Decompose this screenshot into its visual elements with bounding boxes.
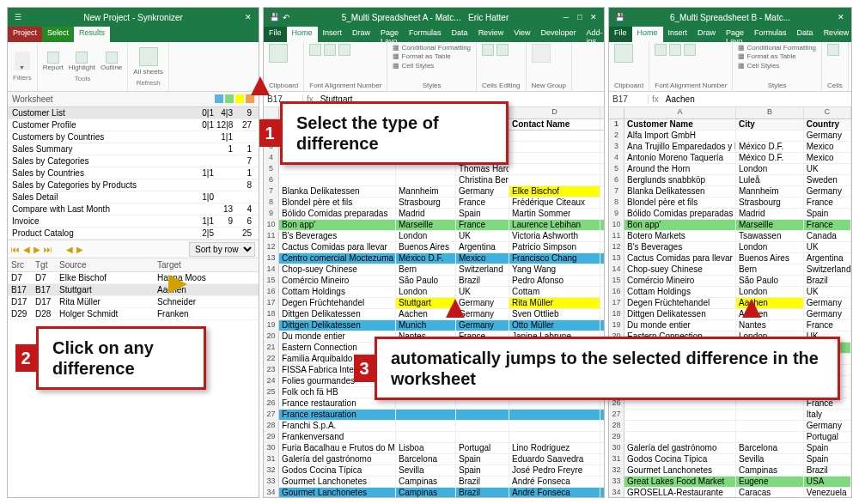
tab-formulas[interactable]: Formulas: [749, 27, 792, 42]
worksheet-row[interactable]: Customer List0|14|39: [8, 107, 259, 119]
grid-row[interactable]: 33Gourmet LanchonetesCampinasBrazilAndré…: [264, 477, 604, 488]
tab-select[interactable]: Select: [42, 27, 74, 42]
grid-row[interactable]: 28Franchi S.p.A.: [264, 421, 604, 432]
worksheet-row[interactable]: Customers by Countries1|1: [8, 131, 259, 143]
grid-row[interactable]: 31Galería del gastrónomoBarcelonaSpainEd…: [264, 454, 604, 465]
grid-b[interactable]: ABC1Customer NameCityCountry2Alfa Import…: [609, 107, 851, 498]
tab-draw[interactable]: Draw: [347, 27, 375, 42]
number-icon[interactable]: [338, 44, 350, 56]
refresh-icon[interactable]: [139, 47, 158, 66]
diff-row[interactable]: D7D7Elke BischofHanna Moos: [8, 272, 259, 284]
close-icon[interactable]: ✕: [588, 12, 599, 22]
grid-row[interactable]: 32Godos Cocina TípicaSevillaSpainJosé Pe…: [264, 465, 604, 477]
tab-formulas[interactable]: Formulas: [404, 27, 447, 42]
grid-row[interactable]: 7Blanka DelikatessenMannheimGermanyElke …: [264, 186, 604, 197]
tab-review[interactable]: Review: [473, 27, 509, 42]
tab-file[interactable]: File: [264, 27, 287, 42]
grid-row[interactable]: 15Comércio MineiroSão PauloBrazilPedro A…: [264, 276, 604, 287]
font-icon[interactable]: [655, 44, 667, 56]
save-icon[interactable]: 💾: [269, 12, 279, 22]
cell-ref-b[interactable]: B17: [609, 94, 649, 104]
number-icon[interactable]: [684, 44, 696, 56]
menu-icon[interactable]: ☰: [13, 12, 23, 22]
diff-type-blue[interactable]: [215, 94, 223, 103]
grid-row[interactable]: 19Dittgen DelikatessenMunichGermanyOtto …: [264, 320, 604, 331]
grid-row[interactable]: 9Bólido Comidas preparadasMadridSpainMar…: [264, 209, 604, 220]
align-icon[interactable]: [669, 44, 681, 56]
tab-page[interactable]: Page Layo: [721, 27, 749, 42]
grid-row[interactable]: 27France restauration: [264, 410, 604, 421]
align-icon[interactable]: [324, 44, 336, 56]
nav-first-icon[interactable]: ⏮: [11, 245, 20, 254]
tab-results[interactable]: Results: [74, 27, 110, 42]
grid-row[interactable]: 16Cottam HoldingsLondonUKCottam: [264, 287, 604, 298]
diff-row[interactable]: B17B17StuttgartAachen: [8, 284, 259, 296]
grid-row[interactable]: 29Frankenversand: [264, 432, 604, 443]
highlight-icon[interactable]: [76, 52, 88, 64]
worksheet-row[interactable]: Invoice1|196: [8, 216, 259, 228]
save-icon[interactable]: 💾: [614, 12, 624, 22]
diff-type-green[interactable]: [225, 94, 234, 103]
worksheet-row[interactable]: Sales Detail1|0: [8, 191, 259, 203]
nav-last-icon[interactable]: ⏭: [44, 245, 52, 254]
tab-page[interactable]: Page Layo: [375, 27, 404, 42]
fmt-table-button[interactable]: ▦ Format as Table: [738, 52, 816, 61]
tab-insert[interactable]: Insert: [318, 27, 348, 42]
worksheet-row[interactable]: Product Catalog2|525: [8, 228, 259, 240]
nav-next-diff-icon[interactable]: ▶: [76, 245, 83, 254]
grid-row[interactable]: 11B's BeveragesLondonUKVictoria Ashworth: [264, 231, 604, 242]
worksheet-row[interactable]: Customer Profile0|112|827: [8, 119, 259, 131]
cond-fmt-button[interactable]: ▦ Conditional Formatting: [738, 44, 816, 52]
grid-a[interactable]: BCD1ryContact Name2Maria Anders3Ana Truj…: [264, 107, 604, 498]
tab-review[interactable]: Review: [819, 27, 852, 42]
tab-data[interactable]: Data: [447, 27, 473, 42]
max-icon[interactable]: □: [575, 12, 585, 22]
close-icon[interactable]: ✕: [836, 12, 846, 22]
tab-home[interactable]: Home: [632, 27, 663, 42]
fx-icon[interactable]: fx: [649, 94, 662, 104]
undo-icon[interactable]: ↶: [283, 13, 289, 22]
min-icon[interactable]: ─: [561, 12, 571, 22]
worksheet-row[interactable]: Sales by Countries1|11: [8, 167, 259, 179]
worksheet-row[interactable]: Compare with Last Month134: [8, 203, 259, 216]
filter-icon[interactable]: [15, 52, 30, 70]
diff-row[interactable]: D29D28Holger SchmidtFranken: [8, 308, 259, 320]
worksheet-row[interactable]: Sales by Categories by Products8: [8, 179, 259, 191]
tab-view[interactable]: View: [509, 27, 535, 42]
grid-row[interactable]: 12Cactus Comidas para llevarBuenos Aires…: [264, 242, 604, 253]
grid-row[interactable]: 14Chop-suey ChineseBernSwitzerlandYang W…: [264, 264, 604, 276]
cond-fmt-button[interactable]: ▦ Conditional Formatting: [393, 44, 471, 52]
tab-developer[interactable]: Developer: [536, 27, 582, 42]
tab-home[interactable]: Home: [287, 27, 318, 42]
tab-project[interactable]: Project: [8, 27, 42, 42]
cell-styles-button[interactable]: ▦ Cell Styles: [393, 62, 471, 70]
font-icon[interactable]: [309, 44, 321, 56]
grid-row[interactable]: 5Thomas Hardy: [264, 164, 604, 175]
outline-icon[interactable]: [106, 52, 118, 64]
editing-icon[interactable]: [497, 44, 509, 56]
tab-draw[interactable]: Draw: [692, 27, 721, 42]
fmt-table-button[interactable]: ▦ Format as Table: [393, 52, 471, 61]
paste-icon[interactable]: [614, 44, 633, 63]
sort-select[interactable]: Sort by row: [189, 242, 255, 257]
worksheet-row[interactable]: Sales by Categories7: [8, 155, 259, 167]
fx-value-b[interactable]: Aachen: [662, 94, 698, 104]
tab-data[interactable]: Data: [792, 27, 819, 42]
diff-type-orange[interactable]: [246, 94, 254, 103]
report-icon[interactable]: [47, 52, 59, 64]
grid-row[interactable]: 13Centro comercial MoctezumaMéxico D.F.M…: [264, 253, 604, 264]
diff-row[interactable]: D17D17Rita MüllerSchneider: [8, 296, 259, 308]
grid-row[interactable]: 6Christina Berglund: [264, 175, 604, 186]
grid-row[interactable]: 17Degen FrüchtehandelStuttgartGermanyRit…: [264, 298, 604, 309]
grid-row[interactable]: 18Dittgen DelikatessenAachenGermanySven …: [264, 309, 604, 320]
cells-icon[interactable]: [827, 44, 839, 56]
cell-styles-button[interactable]: ▦ Cell Styles: [738, 62, 816, 70]
cells-icon[interactable]: [482, 44, 494, 56]
worksheet-row[interactable]: Sales Summary11: [8, 143, 259, 155]
diff-type-yellow[interactable]: [235, 94, 244, 103]
tab-insert[interactable]: Insert: [663, 27, 693, 42]
grid-row[interactable]: 8Blondel père et filsStrasbourgFranceFré…: [264, 197, 604, 209]
grid-row[interactable]: 34Gourmet LanchonetesCampinasBrazilAndré…: [264, 488, 604, 498]
tab-file[interactable]: File: [609, 27, 632, 42]
nav-prev-icon[interactable]: ◀: [23, 245, 30, 254]
